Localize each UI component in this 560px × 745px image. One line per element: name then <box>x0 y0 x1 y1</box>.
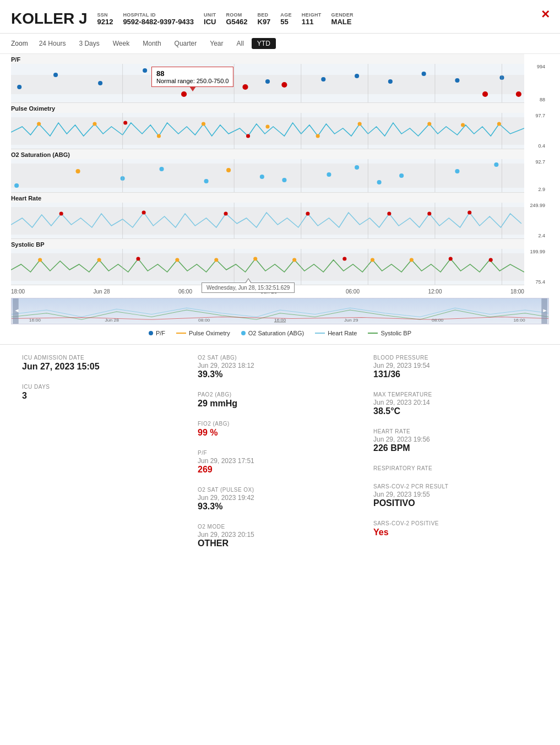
sars-positive-value: Yes <box>373 528 538 537</box>
unit-value: ICU <box>204 18 216 26</box>
time-tooltip-text: Wednesday, Jun 28, 15:32:51.629 <box>206 285 290 291</box>
svg-point-35 <box>123 121 127 125</box>
hospital-id-field: HOSPITAL ID 9592-8482-9397-9433 <box>123 12 194 26</box>
charts-area: P/F <box>0 54 560 298</box>
unit-field: UNIT ICU <box>204 12 216 26</box>
heart-rate-block: HEART RATE Jun 29, 2023 19:56 226 BPM <box>373 428 538 453</box>
patient-meta: SSN 9212 HOSPITAL ID 9592-8482-9397-9433… <box>97 10 353 26</box>
svg-text:16:00: 16:00 <box>513 318 525 323</box>
icu-admission-block: ICU ADMISSION DATE Jun 27, 2023 15:05 <box>22 355 187 372</box>
info-col-1: ICU ADMISSION DATE Jun 27, 2023 15:05 IC… <box>17 355 192 561</box>
time-label-1800-2: 18:00 <box>510 289 524 295</box>
o2sat-pulse-block: O2 SAT (PULSE OX) Jun 29, 2023 19:42 93.… <box>198 487 362 512</box>
max-temp-label: MAX TEMPERATURE <box>373 391 538 398</box>
pulse-label: Pulse Oximetry <box>11 103 524 113</box>
pf-canvas[interactable]: 88 Normal range: 250.0-750.0 994 88 <box>11 64 524 102</box>
svg-point-69 <box>387 212 391 216</box>
legend-o2sat-dot <box>241 331 246 335</box>
pulse-y-min: 0.4 <box>538 143 545 149</box>
fio2-block: FIO2 (ABG) 99 % <box>198 421 362 438</box>
svg-point-10 <box>321 77 325 81</box>
time-label-jun28: Jun 28 <box>93 289 110 295</box>
svg-point-52 <box>327 172 331 177</box>
svg-point-8 <box>265 79 270 84</box>
age-field: AGE 55 <box>280 12 291 26</box>
svg-point-9 <box>281 82 287 88</box>
svg-point-5 <box>181 91 187 97</box>
zoom-week[interactable]: Week <box>107 38 135 49</box>
svg-point-45 <box>76 169 80 173</box>
heartrate-canvas[interactable]: 249.99 2.4 <box>11 203 524 238</box>
time-label-1200: 12:00 <box>428 289 442 295</box>
resp-rate-block: RESPIRATORY RATE <box>373 465 538 471</box>
unit-label: UNIT <box>204 12 216 18</box>
pf-tooltip-value: 88 <box>156 69 229 78</box>
svg-point-70 <box>427 212 431 216</box>
zoom-ytd[interactable]: YTD <box>252 38 276 49</box>
svg-point-4 <box>143 68 147 73</box>
zoom-all[interactable]: All <box>231 38 249 49</box>
systolic-canvas[interactable]: 199.99 75.4 <box>11 249 524 285</box>
ssn-field: SSN 9212 <box>97 12 113 26</box>
blood-pressure-value: 131/36 <box>373 369 538 379</box>
svg-text:08:00: 08:00 <box>198 318 210 323</box>
svg-point-14 <box>455 78 459 83</box>
pulse-chart-section: Pulse Oximetry <box>11 103 524 149</box>
gender-value: MALE <box>331 18 354 26</box>
legend-systolic-line <box>368 333 378 334</box>
svg-point-33 <box>461 123 465 127</box>
systolic-y-min: 75.4 <box>535 279 545 285</box>
svg-point-54 <box>377 180 382 184</box>
svg-point-90 <box>410 258 414 262</box>
patient-name: KOLLER J <box>11 10 87 28</box>
svg-point-51 <box>282 178 286 182</box>
svg-point-85 <box>175 258 179 262</box>
svg-point-17 <box>516 91 521 97</box>
o2mode-block: O2 MODE Jun 29, 2023 20:15 OTHER <box>198 524 362 548</box>
zoom-year[interactable]: Year <box>204 38 229 49</box>
zoom-3days[interactable]: 3 Days <box>73 38 105 49</box>
svg-rect-64 <box>11 207 524 235</box>
svg-point-31 <box>358 122 362 126</box>
sars-positive-block: SARS-COV-2 POSITIVE Yes <box>373 520 538 537</box>
info-col-3: BLOOD PRESSURE Jun 29, 2023 19:54 131/36… <box>368 355 543 561</box>
zoom-bar: Zoom 24 Hours 3 Days Week Month Quarter … <box>0 34 560 54</box>
navigator[interactable]: 16:00 Jun 28 08:00 16:00 Jun 29 08:00 16… <box>11 298 549 324</box>
svg-point-25 <box>37 122 41 126</box>
heartrate-y-max: 249.99 <box>530 203 545 208</box>
svg-point-68 <box>306 212 309 216</box>
svg-rect-0 <box>11 75 524 94</box>
max-temp-date: Jun 29, 2023 20:14 <box>373 399 538 406</box>
sars-positive-label: SARS-COV-2 POSITIVE <box>373 520 538 526</box>
o2sat-canvas[interactable]: 92.7 2.9 <box>11 159 524 192</box>
svg-text:Jun 29: Jun 29 <box>344 318 358 323</box>
max-temp-value: 38.5°C <box>373 406 538 416</box>
svg-point-26 <box>93 122 96 126</box>
pulse-canvas[interactable]: 97.7 0.4 <box>11 113 524 149</box>
svg-point-56 <box>455 169 459 173</box>
heart-rate-info-date: Jun 29, 2023 19:56 <box>373 436 538 443</box>
legend: P/F Pulse Oximetry O2 Saturation (ABG) H… <box>0 324 560 344</box>
pao2-value: 29 mmHg <box>198 399 362 409</box>
pf-y-min: 88 <box>540 97 545 102</box>
room-label: ROOM <box>226 12 247 18</box>
o2mode-date: Jun 29, 2023 20:15 <box>198 531 362 539</box>
legend-systolic: Systolic BP <box>368 330 411 336</box>
time-label-1800: 18:00 <box>11 289 25 295</box>
resp-rate-label: RESPIRATORY RATE <box>373 465 538 471</box>
svg-text:16:00: 16:00 <box>274 318 286 323</box>
o2sat-pulse-value: 93.3% <box>198 502 362 512</box>
icu-admission-value: Jun 27, 2023 15:05 <box>22 362 187 372</box>
svg-point-12 <box>388 79 393 84</box>
svg-point-32 <box>427 122 431 126</box>
time-tooltip: Wednesday, Jun 28, 15:32:51.629 <box>202 282 295 293</box>
svg-rect-78 <box>11 253 524 281</box>
pf-block: P/F Jun 29, 2023 17:51 269 <box>198 450 362 475</box>
zoom-month[interactable]: Month <box>137 38 166 49</box>
zoom-quarter[interactable]: Quarter <box>169 38 203 49</box>
heart-rate-info-value: 226 BPM <box>373 443 538 453</box>
svg-text:08:00: 08:00 <box>432 318 444 323</box>
o2mode-value: OTHER <box>198 539 362 548</box>
close-button[interactable]: ✕ <box>541 8 550 21</box>
zoom-24h[interactable]: 24 Hours <box>34 38 72 49</box>
